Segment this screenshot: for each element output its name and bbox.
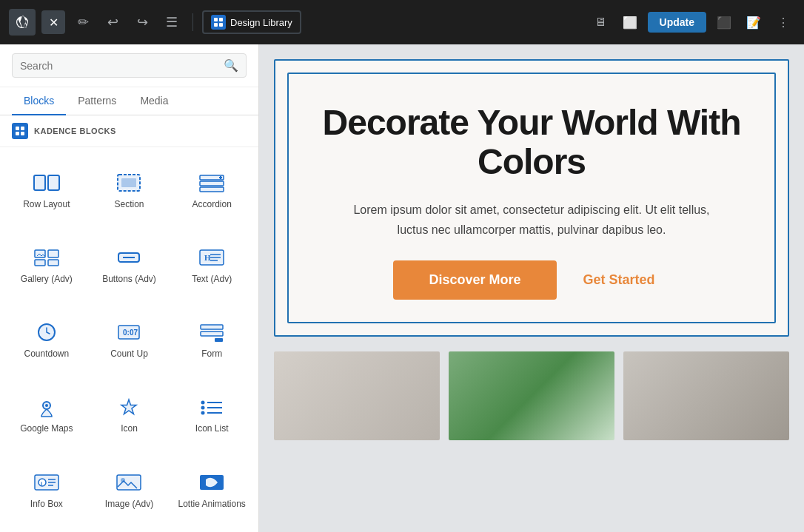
svg-text:i: i: [41, 480, 42, 487]
main-area: 🔍 Blocks Patterns Media KADENCE BLOCKS: [0, 44, 804, 532]
block-icon-label: Icon: [121, 423, 138, 435]
block-section[interactable]: Section: [89, 153, 170, 226]
block-icon[interactable]: Icon: [89, 378, 170, 451]
block-count-up-label: Count Up: [110, 349, 148, 360]
block-countdown[interactable]: Countdown: [6, 303, 87, 376]
gallery-adv-icon: [33, 247, 60, 268]
redo-icon[interactable]: ↪: [130, 10, 154, 34]
svg-rect-11: [121, 178, 136, 187]
design-library-label: Design Library: [230, 17, 292, 28]
design-library-button[interactable]: Design Library: [202, 10, 301, 34]
pen-icon[interactable]: ✏: [71, 10, 95, 34]
lottie-icon: [198, 472, 225, 493]
block-icon-list[interactable]: Icon List: [171, 378, 252, 451]
external-link-icon[interactable]: ⬜: [618, 10, 642, 34]
hero-buttons: Discover More Get Started: [311, 260, 752, 300]
block-countdown-label: Countdown: [24, 349, 69, 360]
update-button[interactable]: Update: [648, 12, 706, 33]
image-row: [274, 351, 789, 440]
discover-more-button[interactable]: Discover More: [393, 260, 556, 300]
block-form-label: Form: [201, 349, 222, 360]
svg-rect-9: [48, 175, 59, 190]
block-icon-list-label: Icon List: [195, 423, 229, 435]
svg-rect-7: [21, 132, 24, 135]
hero-title: Decorate Your World With Colors: [311, 104, 752, 182]
svg-rect-19: [35, 260, 45, 266]
row-layout-icon: [33, 172, 60, 193]
wp-logo-button[interactable]: [9, 9, 36, 36]
block-text-adv[interactable]: H Text (Adv): [171, 228, 252, 301]
undo-icon[interactable]: ↩: [101, 10, 124, 34]
split-view-icon[interactable]: ⬛: [712, 10, 736, 34]
block-accordion[interactable]: Accordion: [171, 153, 252, 226]
image-adv-icon: [115, 472, 142, 493]
hero-inner-block[interactable]: Decorate Your World With Colors Lorem ip…: [287, 73, 776, 323]
block-accordion-label: Accordion: [192, 199, 231, 211]
block-row-layout[interactable]: Row Layout: [6, 153, 87, 226]
svg-point-35: [45, 404, 48, 407]
list-view-icon[interactable]: ☰: [160, 10, 184, 34]
block-gallery-adv[interactable]: Gallery (Adv): [6, 228, 87, 301]
svg-point-36: [201, 401, 205, 405]
hero-outer-block[interactable]: Decorate Your World With Colors Lorem ip…: [274, 59, 789, 337]
block-buttons-adv[interactable]: Buttons (Adv): [89, 228, 170, 301]
block-google-maps[interactable]: Google Maps: [6, 378, 87, 451]
block-info-box-label: Info Box: [30, 499, 63, 511]
svg-text:H: H: [204, 253, 211, 262]
svg-rect-48: [117, 475, 141, 490]
hero-subtitle: Lorem ipsum dolor sit amet, consectetur …: [346, 200, 717, 240]
design-library-icon: [211, 15, 226, 30]
svg-rect-32: [201, 331, 223, 336]
tabs: Blocks Patterns Media: [0, 87, 258, 115]
info-box-icon: i: [33, 472, 60, 493]
count-up-icon: 0:07: [115, 322, 142, 343]
svg-rect-2: [214, 23, 218, 27]
close-button[interactable]: ✕: [41, 10, 65, 34]
image-room: [623, 351, 789, 440]
icon-list-icon: [198, 397, 225, 417]
separator: [192, 13, 193, 31]
buttons-adv-icon: [115, 247, 142, 268]
block-info-box[interactable]: i Info Box: [6, 453, 87, 526]
svg-rect-18: [48, 250, 58, 257]
image-ladder: [274, 351, 440, 440]
tab-blocks[interactable]: Blocks: [12, 87, 66, 115]
blocks-grid: Row Layout Section: [0, 147, 258, 532]
block-buttons-adv-label: Buttons (Adv): [102, 274, 156, 286]
search-input-wrapper: 🔍: [12, 53, 247, 78]
toolbar-right: 🖥 ⬜ Update ⬛ 📝 ⋮: [589, 10, 795, 34]
block-form[interactable]: Form: [171, 303, 252, 376]
icon-icon: [115, 397, 142, 417]
svg-rect-17: [35, 250, 45, 257]
block-lottie[interactable]: Lottie Animations: [171, 453, 252, 526]
search-input[interactable]: [20, 60, 218, 72]
svg-rect-8: [34, 175, 45, 190]
section-icon: [115, 172, 142, 193]
svg-rect-13: [200, 181, 224, 186]
svg-rect-3: [219, 23, 223, 27]
search-icon: 🔍: [224, 58, 238, 73]
block-row-layout-label: Row Layout: [23, 199, 70, 211]
text-adv-icon: H: [198, 247, 225, 268]
svg-rect-4: [16, 127, 19, 130]
edit-icon[interactable]: 📝: [742, 10, 766, 34]
svg-rect-1: [219, 18, 223, 21]
tab-media[interactable]: Media: [128, 87, 180, 115]
kadence-logo-icon: [12, 123, 28, 139]
more-options-icon[interactable]: ⋮: [771, 10, 795, 34]
desktop-icon[interactable]: 🖥: [589, 10, 612, 34]
block-text-adv-label: Text (Adv): [192, 274, 232, 286]
block-section-label: Section: [114, 199, 144, 211]
block-count-up[interactable]: 0:07 Count Up: [89, 303, 170, 376]
tab-patterns[interactable]: Patterns: [66, 87, 128, 115]
svg-rect-6: [16, 132, 19, 135]
block-image-adv-label: Image (Adv): [105, 499, 153, 511]
kadence-blocks-header: KADENCE BLOCKS: [0, 115, 258, 147]
get-started-button[interactable]: Get Started: [569, 260, 670, 300]
block-image-adv[interactable]: Image (Adv): [89, 453, 170, 526]
svg-rect-14: [200, 187, 224, 192]
image-house: [449, 351, 614, 440]
svg-rect-20: [48, 260, 58, 266]
svg-rect-5: [21, 127, 24, 130]
canvas-area: Decorate Your World With Colors Lorem ip…: [259, 44, 804, 532]
